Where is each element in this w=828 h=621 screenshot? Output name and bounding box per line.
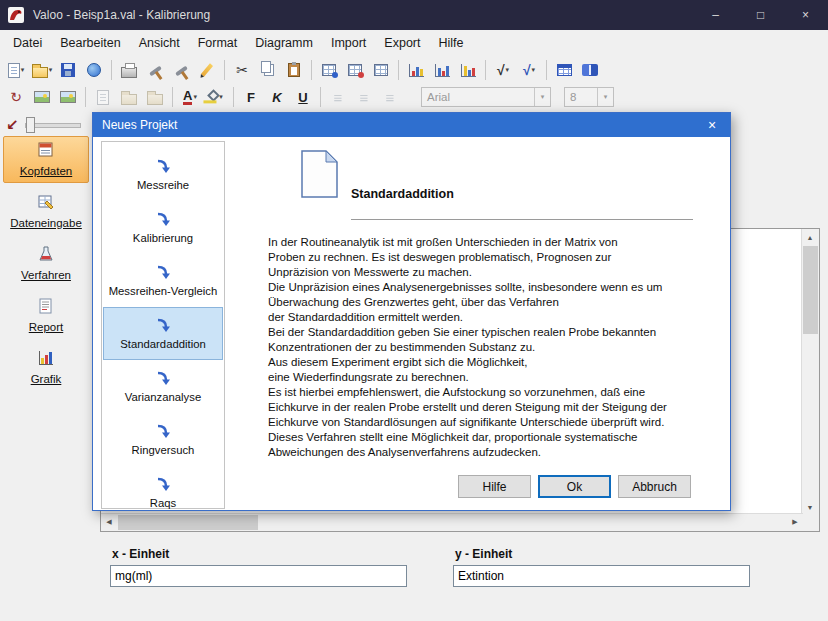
align-left-button[interactable]: ≡: [326, 85, 350, 109]
paste-button[interactable]: [282, 58, 306, 82]
sidebar-item-verfahren[interactable]: Verfahren: [3, 240, 89, 287]
minimize-button[interactable]: –: [693, 0, 738, 30]
sidebar-item-grafik[interactable]: Grafik: [3, 344, 89, 391]
menu-import[interactable]: Import: [322, 30, 375, 56]
hammer-icon: [175, 66, 188, 77]
vertical-scroll-thumb[interactable]: [803, 246, 818, 334]
insert-row-button[interactable]: [317, 58, 341, 82]
close-button[interactable]: ×: [783, 0, 828, 30]
italic-button[interactable]: K: [265, 85, 289, 109]
bar-chart-icon: [461, 64, 476, 77]
list-item-label: Ringversuch: [132, 444, 195, 456]
open-button[interactable]: ▾: [30, 58, 54, 82]
save-button[interactable]: [56, 58, 80, 82]
scroll-right-icon[interactable]: ▶: [787, 514, 803, 530]
table-icon: [374, 64, 388, 76]
zoom-slider[interactable]: [25, 117, 81, 131]
function-button-1[interactable]: √▾: [491, 58, 515, 82]
abbruch-button[interactable]: Abbruch: [618, 475, 691, 498]
y-einheit-label: y - Einheit: [455, 547, 512, 561]
refresh-button[interactable]: ↻: [4, 85, 28, 109]
image-button-2[interactable]: [56, 85, 80, 109]
web-button[interactable]: [82, 58, 106, 82]
y-einheit-input[interactable]: [453, 565, 750, 587]
open-folder-icon: [32, 67, 48, 78]
menu-ansicht[interactable]: Ansicht: [130, 30, 189, 56]
list-item-label: Varianzanalyse: [125, 391, 201, 403]
x-einheit-input[interactable]: [110, 565, 407, 587]
red-arrow-icon[interactable]: ↙: [6, 117, 19, 132]
list-item-varianzanalyse[interactable]: Varianzanalyse: [103, 360, 223, 413]
underline-button[interactable]: U: [291, 85, 315, 109]
bar-chart-icon: [409, 64, 424, 77]
blue-arrow-icon: [154, 423, 172, 441]
maximize-button[interactable]: □: [738, 0, 783, 30]
list-item-kalibrierung[interactable]: Kalibrierung: [103, 201, 223, 254]
table-button[interactable]: [369, 58, 393, 82]
list-item-label: Messreihen-Vergleich: [109, 285, 218, 297]
print-button[interactable]: [117, 58, 141, 82]
doc-button-2[interactable]: [117, 85, 141, 109]
copy-button[interactable]: [256, 58, 280, 82]
document-icon: [299, 149, 339, 203]
book-icon: [582, 64, 598, 76]
menu-bearbeiten[interactable]: Bearbeiten: [51, 30, 129, 56]
new-button[interactable]: ▾: [4, 58, 28, 82]
bold-button[interactable]: F: [239, 85, 263, 109]
fill-color-button[interactable]: ▾: [204, 85, 228, 109]
grid-icon: [557, 64, 572, 76]
grid-view-button[interactable]: [552, 58, 576, 82]
list-item-standardaddition[interactable]: Standardaddition: [103, 307, 223, 360]
dialog-close-button[interactable]: ×: [694, 113, 730, 137]
list-item-ringversuch[interactable]: Ringversuch: [103, 413, 223, 466]
image-button-1[interactable]: [30, 85, 54, 109]
menu-format[interactable]: Format: [189, 30, 247, 56]
pencil-icon: [201, 63, 213, 76]
chart-button-3[interactable]: [456, 58, 480, 82]
align-right-icon: ≡: [386, 90, 395, 105]
scroll-down-icon[interactable]: ▼: [802, 499, 818, 515]
align-center-button[interactable]: ≡: [352, 85, 376, 109]
function-button-2[interactable]: √▾: [517, 58, 541, 82]
chart-button-2[interactable]: [430, 58, 454, 82]
sidebar-item-kopfdaten[interactable]: Kopfdaten: [3, 136, 89, 183]
menu-datei[interactable]: Datei: [4, 30, 51, 56]
align-left-icon: ≡: [334, 90, 343, 105]
font-name-select[interactable]: Arial ▾: [421, 87, 551, 107]
help-book-button[interactable]: [578, 58, 602, 82]
cut-button[interactable]: ✂: [230, 58, 254, 82]
list-item-label: Messreihe: [137, 179, 189, 191]
insert-column-button[interactable]: [343, 58, 367, 82]
ok-button[interactable]: Ok: [538, 475, 611, 498]
toolbar-separator: [320, 87, 321, 107]
tools-button[interactable]: [169, 58, 193, 82]
doc-button-3[interactable]: [143, 85, 167, 109]
font-size-select[interactable]: 8 ▾: [564, 87, 614, 107]
list-item-messreihe[interactable]: Messreihe: [103, 148, 223, 201]
sidebar-item-report[interactable]: Report: [3, 292, 89, 339]
toolbar-separator: [485, 60, 486, 80]
menu-hilfe[interactable]: Hilfe: [429, 30, 472, 56]
sidebar-item-dateneingabe[interactable]: Dateneingabe: [3, 188, 89, 235]
menu-diagramm[interactable]: Diagramm: [246, 30, 322, 56]
vertical-scrollbar[interactable]: ▲ ▼: [801, 229, 819, 515]
scroll-up-icon[interactable]: ▲: [802, 229, 818, 245]
list-item-messreihen-vergleich[interactable]: Messreihen-Vergleich: [103, 254, 223, 307]
page-icon: [97, 90, 109, 105]
list-item-raqs[interactable]: Raqs: [103, 466, 223, 519]
font-color-button[interactable]: A▾: [178, 85, 202, 109]
new-project-dialog: Neues Projekt × Messreihe Kalibrierung M…: [92, 112, 731, 511]
print-setup-button[interactable]: [143, 58, 167, 82]
align-right-button[interactable]: ≡: [378, 85, 402, 109]
chart-button-1[interactable]: [404, 58, 428, 82]
menu-export[interactable]: Export: [375, 30, 429, 56]
verfahren-icon: [37, 245, 55, 263]
toolbar-separator: [85, 87, 86, 107]
hilfe-button[interactable]: Hilfe: [458, 475, 531, 498]
doc-button-1[interactable]: [91, 85, 115, 109]
slider-thumb[interactable]: [26, 117, 35, 133]
insert-column-icon: [348, 64, 362, 76]
heading-divider: [351, 219, 693, 220]
edit-button[interactable]: [195, 58, 219, 82]
window-controls: – □ ×: [693, 0, 828, 30]
